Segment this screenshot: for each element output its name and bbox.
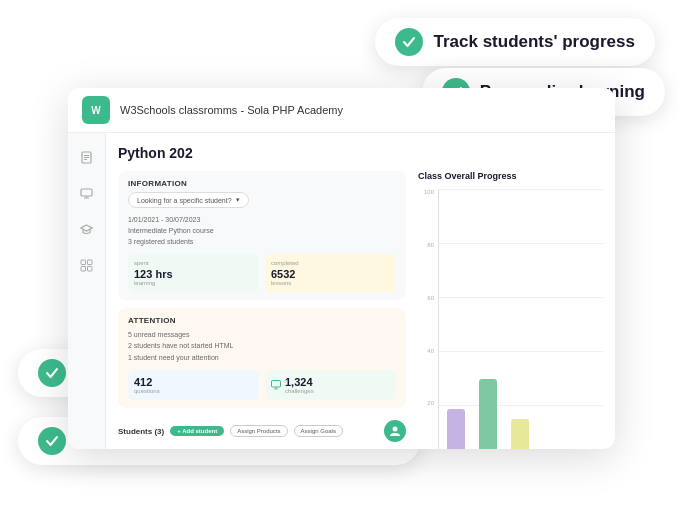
svg-rect-8 bbox=[81, 260, 86, 265]
check-icon-track bbox=[395, 28, 423, 56]
svg-point-15 bbox=[393, 427, 398, 432]
sidebar-icon-monitor[interactable] bbox=[77, 183, 97, 203]
avatar bbox=[384, 420, 406, 442]
bar-java: JAVA bbox=[511, 419, 529, 449]
svg-rect-9 bbox=[88, 260, 93, 265]
attention-header: Attention bbox=[128, 316, 396, 325]
info-dates: 1/01/2021 - 30/07/2023 Intermediate Pyth… bbox=[128, 214, 396, 248]
assign-goals-button[interactable]: Assign Goals bbox=[294, 425, 343, 437]
chart-grid: 100 80 60 40 20 0 bbox=[418, 189, 603, 449]
svg-rect-11 bbox=[88, 266, 93, 271]
svg-rect-12 bbox=[272, 381, 281, 388]
dropdown-label: Looking for a specific student? bbox=[137, 197, 232, 204]
chart-area: 100 80 60 40 20 0 bbox=[418, 189, 603, 449]
y-label-100: 100 bbox=[418, 189, 438, 195]
bar-html-fill bbox=[447, 409, 465, 449]
chevron-down-icon: ▾ bbox=[236, 196, 240, 204]
card-body: Python 202 Information Looking for a spe… bbox=[68, 133, 615, 449]
info-header: Information bbox=[128, 179, 396, 188]
students-label: Students (3) bbox=[118, 427, 164, 436]
answer-card-questions: 412 questions bbox=[128, 370, 259, 400]
y-label-60: 60 bbox=[418, 295, 438, 301]
students-row: Students (3) + Add student Assign Produc… bbox=[118, 416, 406, 446]
student-dropdown[interactable]: Looking for a specific student? ▾ bbox=[128, 192, 249, 208]
badge-track: Track students' progress bbox=[375, 18, 655, 66]
solved-label: challenges bbox=[285, 388, 314, 394]
logo: W bbox=[82, 96, 110, 124]
sidebar-icon-graduation[interactable] bbox=[77, 219, 97, 239]
stat-completed-sublabel: lessons bbox=[271, 280, 390, 286]
bar-java-fill bbox=[511, 419, 529, 449]
two-col-layout: Information Looking for a specific stude… bbox=[118, 171, 603, 449]
page-title: Python 202 bbox=[118, 145, 603, 161]
solved-value: 1,324 bbox=[285, 376, 314, 388]
chart-title: Class Overall Progress bbox=[418, 171, 603, 181]
stat-spent: spent 123 hrs learning bbox=[128, 254, 259, 292]
bar-html: HTML bbox=[447, 409, 465, 449]
sidebar-icon-file[interactable] bbox=[77, 147, 97, 167]
svg-rect-4 bbox=[81, 189, 92, 196]
stat-spent-sublabel: learning bbox=[134, 280, 253, 286]
y-label-40: 40 bbox=[418, 348, 438, 354]
right-panel: Class Overall Progress 100 80 60 40 20 0 bbox=[418, 171, 603, 449]
answer-card-challenges: 1,324 challenges bbox=[265, 370, 396, 400]
y-axis: 100 80 60 40 20 0 bbox=[418, 189, 438, 449]
bars-area: HTML CSS JAVA bbox=[438, 189, 603, 449]
logo-text: W bbox=[91, 105, 100, 116]
bar-css: CSS bbox=[479, 379, 497, 449]
left-panel: Information Looking for a specific stude… bbox=[118, 171, 406, 449]
y-label-20: 20 bbox=[418, 400, 438, 406]
stat-completed: completed 6532 lessons bbox=[265, 254, 396, 292]
check-icon-adjust bbox=[38, 427, 66, 455]
answered-value: 412 bbox=[134, 376, 253, 388]
stat-completed-value: 6532 bbox=[271, 268, 390, 280]
y-label-80: 80 bbox=[418, 242, 438, 248]
top-bar-title: W3Schools classromms - Sola PHP Academy bbox=[120, 104, 343, 116]
answer-stats: 412 questions 1,324 bbox=[128, 370, 396, 400]
user-icon bbox=[389, 425, 401, 437]
bars-row: HTML CSS JAVA bbox=[438, 189, 603, 449]
badge-track-text: Track students' progress bbox=[433, 32, 635, 52]
top-bar: W W3Schools classromms - Sola PHP Academ… bbox=[68, 88, 615, 133]
answered-label: questions bbox=[134, 388, 253, 394]
sidebar bbox=[68, 133, 106, 449]
stat-spent-value: 123 hrs bbox=[134, 268, 253, 280]
stats-row: spent 123 hrs learning completed 6532 le… bbox=[128, 254, 396, 292]
check-icon-feedback bbox=[38, 359, 66, 387]
stat-spent-label: spent bbox=[134, 260, 253, 266]
main-content: Python 202 Information Looking for a spe… bbox=[106, 133, 615, 449]
svg-rect-10 bbox=[81, 266, 86, 271]
assign-products-button[interactable]: Assign Products bbox=[230, 425, 287, 437]
solved-info: 1,324 challenges bbox=[285, 376, 314, 394]
bar-css-fill bbox=[479, 379, 497, 449]
stat-completed-label: completed bbox=[271, 260, 390, 266]
attention-item-3: 1 student need your attention bbox=[128, 352, 396, 364]
info-section: Information Looking for a specific stude… bbox=[118, 171, 406, 300]
attention-item-2: 2 students have not started HTML bbox=[128, 340, 396, 352]
sidebar-icon-grid[interactable] bbox=[77, 255, 97, 275]
attention-section: Attention 5 unread messages 2 students h… bbox=[118, 308, 406, 409]
attention-item-1: 5 unread messages bbox=[128, 329, 396, 341]
monitor-small-icon bbox=[271, 380, 281, 390]
dashboard-card: W W3Schools classromms - Sola PHP Academ… bbox=[68, 88, 615, 449]
add-student-button[interactable]: + Add student bbox=[170, 426, 224, 436]
